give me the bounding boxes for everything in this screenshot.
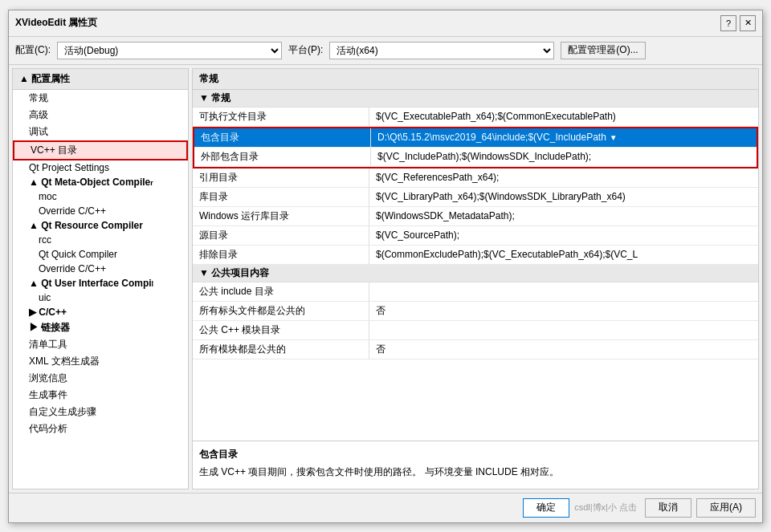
sidebar-item-linker[interactable]: ▶ 链接器: [13, 319, 188, 336]
sidebar-item-code-analysis[interactable]: 代码分析: [13, 420, 188, 437]
prop-name-public-cpp-modules: 公共 C++ 模块目录: [193, 321, 369, 339]
sidebar-item-custom-build[interactable]: 自定义生成步骤: [13, 404, 188, 420]
prop-value-external-include: $(VC_IncludePath);$(WindowsSDK_IncludePa…: [371, 148, 757, 166]
prop-row-all-headers-public[interactable]: 所有标头文件都是公共的 否: [193, 302, 758, 321]
section-general: ▼ 常规: [193, 90, 758, 108]
prop-row-all-modules-public[interactable]: 所有模块都是公共的 否: [193, 340, 758, 359]
prop-name-winrt: Windows 运行库目录: [193, 207, 369, 225]
prop-row-public-include[interactable]: 公共 include 目录: [193, 282, 758, 302]
platform-label: 平台(P):: [288, 43, 323, 57]
prop-name-external-include: 外部包含目录: [194, 148, 371, 166]
props-table: ▼ 常规 可执行文件目录 $(VC_ExecutablePath_x64);$(…: [193, 90, 758, 441]
right-panel: 常规 ▼ 常规 可执行文件目录 $(VC_ExecutablePath_x64)…: [192, 68, 759, 489]
prop-row-winrt[interactable]: Windows 运行库目录 $(WindowsSDK_MetadataPath)…: [193, 207, 758, 226]
sidebar-item-debug[interactable]: 调试: [13, 124, 188, 140]
description-text: 生成 VC++ 项目期间，搜索包含文件时使用的路径。 与环境变量 INCLUDE…: [199, 465, 752, 479]
prop-row-ref[interactable]: 引用目录 $(VC_ReferencesPath_x64);: [193, 169, 758, 188]
ok-button[interactable]: 确定: [523, 498, 569, 518]
description-panel: 包含目录 生成 VC++ 项目期间，搜索包含文件时使用的路径。 与环境变量 IN…: [193, 441, 758, 489]
sidebar-item-qt-ui[interactable]: ▲ Qt User Interface Compil: [13, 276, 188, 290]
bottom-bar: 确定 csdl|博x|小 点击 取消 应用(A): [9, 493, 762, 522]
title-bar-buttons: ? ✕: [720, 15, 756, 31]
prop-value-source: $(VC_SourcePath);: [369, 226, 758, 245]
prop-row-external-include[interactable]: 外部包含目录 $(VC_IncludePath);$(WindowsSDK_In…: [194, 148, 757, 167]
prop-name-all-headers-public: 所有标头文件都是公共的: [193, 302, 369, 320]
prop-row-include[interactable]: 包含目录 D:\Qt\5.15.2\msvc2019_64\include;$(…: [194, 128, 757, 148]
sidebar-item-xml-doc[interactable]: XML 文档生成器: [13, 353, 188, 370]
sidebar-item-qt-resource[interactable]: ▲ Qt Resource Compiler: [13, 218, 188, 233]
prop-row-public-cpp-modules[interactable]: 公共 C++ 模块目录: [193, 321, 758, 340]
prop-name-all-modules-public: 所有模块都是公共的: [193, 340, 369, 359]
sidebar-item-rcc[interactable]: rcc: [13, 233, 188, 247]
sidebar-item-override-cpp1[interactable]: Override C/C++: [13, 204, 188, 218]
sidebar-item-uic[interactable]: uic: [13, 290, 188, 305]
sidebar-item-browse[interactable]: 浏览信息: [13, 370, 188, 387]
sidebar-item-manifest[interactable]: 清单工具: [13, 336, 188, 353]
prop-name-lib: 库目录: [193, 188, 369, 206]
prop-value-exclude: $(CommonExcludePath);$(VC_ExecutablePath…: [369, 246, 758, 264]
dialog: XVideoEdit 属性页 ? ✕ 配置(C): 活动(Debug) 平台(P…: [8, 10, 763, 523]
sidebar-item-build-events[interactable]: 生成事件: [13, 387, 188, 404]
sidebar-item-override-cpp2[interactable]: Override C/C++: [13, 262, 188, 276]
toolbar: 配置(C): 活动(Debug) 平台(P): 活动(x64) 配置管理器(O)…: [9, 37, 762, 65]
prop-value-public-cpp-modules: [369, 321, 758, 339]
description-title: 包含目录: [199, 448, 752, 461]
prop-name-executable: 可执行文件目录: [193, 108, 369, 126]
prop-value-ref: $(VC_ReferencesPath_x64);: [369, 169, 758, 187]
prop-name-public-include: 公共 include 目录: [193, 282, 369, 301]
prop-name-source: 源目录: [193, 226, 369, 245]
close-button[interactable]: ✕: [740, 15, 756, 31]
prop-row-exclude[interactable]: 排除目录 $(CommonExcludePath);$(VC_Executabl…: [193, 246, 758, 265]
prop-value-public-include: [369, 282, 758, 301]
cancel-button[interactable]: 取消: [645, 498, 691, 518]
section-public: ▼ 公共项目内容: [193, 265, 758, 282]
sidebar-item-general[interactable]: 常规: [13, 90, 188, 107]
left-panel-header: ▲ 配置属性: [13, 69, 188, 90]
title-bar: XVideoEdit 属性页 ? ✕: [9, 10, 762, 37]
left-panel: ▲ 配置属性 常规 高级 调试 VC++ 目录 Qt Project Setti…: [12, 68, 189, 489]
platform-select[interactable]: 活动(x64): [329, 42, 554, 59]
prop-row-executable[interactable]: 可执行文件目录 $(VC_ExecutablePath_x64);$(Commo…: [193, 108, 758, 127]
help-button[interactable]: ?: [720, 15, 736, 31]
sidebar-item-qt-quick[interactable]: Qt Quick Compiler: [13, 247, 188, 262]
prop-value-lib: $(VC_LibraryPath_x64);$(WindowsSDK_Libra…: [369, 188, 758, 206]
sidebar-item-cpp[interactable]: ▶ C/C++: [13, 305, 188, 319]
main-content: ▲ 配置属性 常规 高级 调试 VC++ 目录 Qt Project Setti…: [9, 65, 762, 493]
prop-name-include: 包含目录: [194, 128, 371, 147]
prop-value-all-modules-public: 否: [369, 340, 758, 359]
sidebar-item-advanced[interactable]: 高级: [13, 107, 188, 124]
sidebar-item-vcpp[interactable]: VC++ 目录: [13, 140, 188, 160]
apply-button[interactable]: 应用(A): [696, 498, 756, 518]
sidebar-item-moc[interactable]: moc: [13, 189, 188, 204]
prop-row-source[interactable]: 源目录 $(VC_SourcePath);: [193, 226, 758, 246]
sidebar-item-qt-meta[interactable]: ▲ Qt Meta-Object Compiler: [13, 175, 188, 189]
prop-value-include: D:\Qt\5.15.2\msvc2019_64\include;$(VC_In…: [371, 128, 757, 147]
prop-value-all-headers-public: 否: [369, 302, 758, 320]
prop-row-lib[interactable]: 库目录 $(VC_LibraryPath_x64);$(WindowsSDK_L…: [193, 188, 758, 207]
prop-value-winrt: $(WindowsSDK_MetadataPath);: [369, 207, 758, 225]
prop-value-executable: $(VC_ExecutablePath_x64);$(CommonExecuta…: [369, 108, 758, 126]
red-border-group: 包含目录 D:\Qt\5.15.2\msvc2019_64\include;$(…: [193, 127, 758, 169]
watermark: csdl|博x|小 点击: [574, 502, 637, 514]
right-panel-header: 常规: [193, 69, 758, 90]
config-select[interactable]: 活动(Debug): [57, 42, 282, 59]
sidebar-item-qt-project[interactable]: Qt Project Settings: [13, 160, 188, 175]
config-manager-button[interactable]: 配置管理器(O)...: [561, 42, 645, 59]
prop-name-ref: 引用目录: [193, 169, 369, 187]
dialog-title: XVideoEdit 属性页: [15, 16, 97, 30]
config-label: 配置(C):: [15, 43, 51, 57]
prop-name-exclude: 排除目录: [193, 246, 369, 264]
